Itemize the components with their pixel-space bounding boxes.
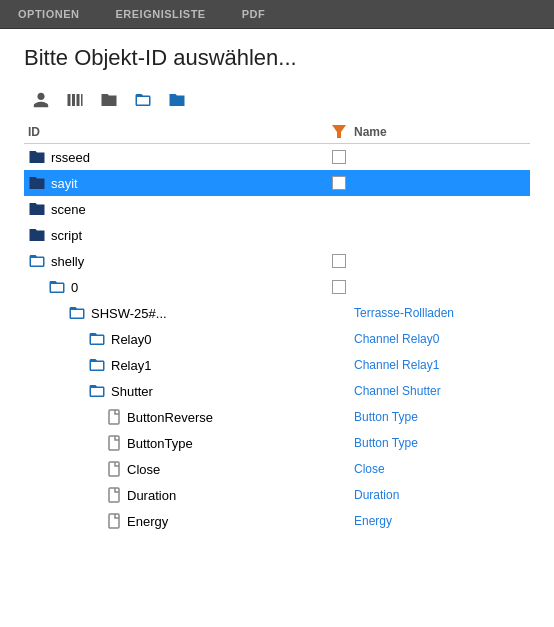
row-checkbox[interactable] (324, 176, 354, 190)
row-checkbox[interactable] (324, 280, 354, 294)
folder-icon (88, 382, 106, 400)
tree-row[interactable]: shelly (24, 248, 530, 274)
row-id-label: Energy (127, 514, 168, 529)
header-name: Name (354, 125, 530, 139)
row-name-cell: Button Type (354, 410, 530, 424)
svg-rect-7 (109, 462, 119, 476)
toolbar (24, 87, 530, 113)
tree-row[interactable]: Relay1Channel Relay1 (24, 352, 530, 378)
row-name-cell: Channel Shutter (354, 384, 530, 398)
row-checkbox[interactable] (324, 150, 354, 164)
row-name-cell: Channel Relay0 (354, 332, 530, 346)
folder-icon (48, 278, 66, 296)
row-id-label: rsseed (51, 150, 90, 165)
tree-row[interactable]: DurationDuration (24, 482, 530, 508)
svg-marker-4 (332, 125, 346, 138)
tree-row[interactable]: ButtonTypeButton Type (24, 430, 530, 456)
folder-open-icon[interactable] (130, 87, 156, 113)
row-id-label: ButtonReverse (127, 410, 213, 425)
tree-row[interactable]: script (24, 222, 530, 248)
row-id-label: sayit (51, 176, 78, 191)
svg-rect-3 (81, 94, 83, 106)
folder-icon (28, 148, 46, 166)
row-id-label: Duration (127, 488, 176, 503)
tree-row[interactable]: 0 (24, 274, 530, 300)
row-id-label: Relay0 (111, 332, 151, 347)
tree-row[interactable]: ShutterChannel Shutter (24, 378, 530, 404)
row-checkbox[interactable] (324, 254, 354, 268)
header-id: ID (24, 125, 324, 139)
folder-icon (88, 330, 106, 348)
tree-row[interactable]: rsseed (24, 144, 530, 170)
columns-icon[interactable] (62, 87, 88, 113)
file-icon (108, 435, 122, 451)
folder-icon (28, 174, 46, 192)
svg-rect-0 (68, 94, 71, 106)
file-icon (108, 409, 122, 425)
tree-row[interactable]: Relay0Channel Relay0 (24, 326, 530, 352)
checkbox-box[interactable] (332, 254, 346, 268)
folder-icon (28, 226, 46, 244)
row-name-cell: Duration (354, 488, 530, 502)
tree-row[interactable]: sayit (24, 170, 530, 196)
svg-rect-2 (77, 94, 80, 106)
nav-pdf[interactable]: PDF (224, 4, 284, 24)
person-icon[interactable] (28, 87, 54, 113)
svg-rect-6 (109, 436, 119, 450)
row-id-label: Shutter (111, 384, 153, 399)
folder-alt-icon[interactable] (164, 87, 190, 113)
svg-rect-9 (109, 514, 119, 528)
folder-icon (88, 356, 106, 374)
filter-icon[interactable] (324, 125, 354, 139)
checkbox-box[interactable] (332, 150, 346, 164)
folder-icon[interactable] (96, 87, 122, 113)
file-icon (108, 513, 122, 529)
checkbox-box[interactable] (332, 280, 346, 294)
top-nav: OPTIONEN EREIGNISLISTE PDF (0, 0, 554, 29)
tree-row[interactable]: ButtonReverseButton Type (24, 404, 530, 430)
row-id-label: ButtonType (127, 436, 193, 451)
row-name-cell: Close (354, 462, 530, 476)
file-icon (108, 461, 122, 477)
checkbox-box[interactable] (332, 176, 346, 190)
folder-icon (68, 304, 86, 322)
row-id-label: scene (51, 202, 86, 217)
row-id-label: Close (127, 462, 160, 477)
folder-icon (28, 200, 46, 218)
tree-row[interactable]: CloseClose (24, 456, 530, 482)
row-id-label: shelly (51, 254, 84, 269)
file-icon (108, 487, 122, 503)
row-name-cell: Terrasse-Rollladen (354, 306, 530, 320)
row-id-label: SHSW-25#... (91, 306, 167, 321)
row-name-cell: Channel Relay1 (354, 358, 530, 372)
svg-rect-1 (72, 94, 75, 106)
tree-list: rsseedsayitscenescriptshelly0SHSW-25#...… (24, 144, 530, 534)
nav-optionen[interactable]: OPTIONEN (0, 4, 97, 24)
row-name-cell: Button Type (354, 436, 530, 450)
tree-row[interactable]: scene (24, 196, 530, 222)
row-name-cell: Energy (354, 514, 530, 528)
svg-rect-8 (109, 488, 119, 502)
svg-rect-5 (109, 410, 119, 424)
row-id-label: script (51, 228, 82, 243)
tree-row[interactable]: SHSW-25#...Terrasse-Rollladen (24, 300, 530, 326)
page-title: Bitte Objekt-ID auswählen... (24, 45, 530, 71)
row-id-label: 0 (71, 280, 78, 295)
tree-header: ID Name (24, 121, 530, 144)
nav-ereignisliste[interactable]: EREIGNISLISTE (97, 4, 223, 24)
folder-icon (28, 252, 46, 270)
row-id-label: Relay1 (111, 358, 151, 373)
tree-row[interactable]: EnergyEnergy (24, 508, 530, 534)
